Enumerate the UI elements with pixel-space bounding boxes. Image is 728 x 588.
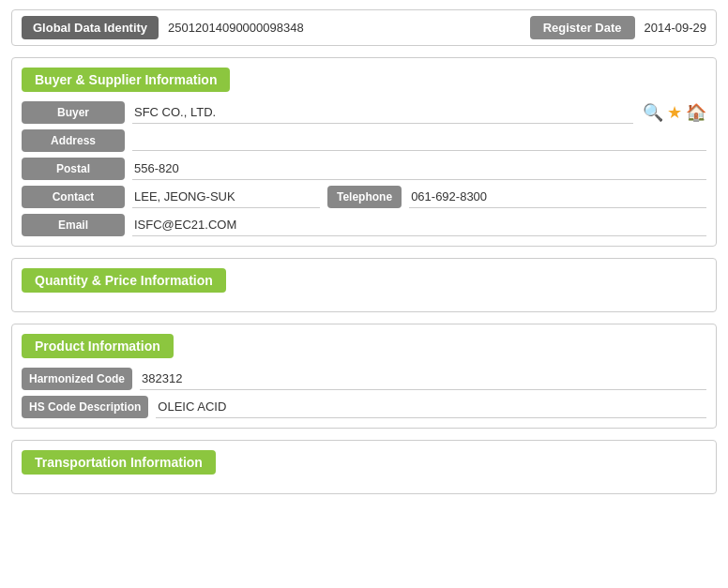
email-row: Email ISFC@EC21.COM <box>22 214 706 236</box>
star-icon[interactable]: ★ <box>667 102 682 123</box>
quantity-section: Quantity & Price Information <box>11 258 717 312</box>
telephone-value: 061-692-8300 <box>409 186 706 208</box>
transportation-title: Transportation Information <box>22 450 216 475</box>
global-data-identity-value: 25012014090000098348 <box>168 21 530 35</box>
global-data-identity-label: Global Data Identity <box>22 16 159 39</box>
register-date-value: 2014-09-29 <box>645 21 707 35</box>
product-title: Product Information <box>22 334 174 358</box>
home-icon[interactable]: 🏠 <box>686 102 706 123</box>
buyer-row: Buyer SFC CO., LTD. 🔍 ★ 🏠 <box>22 101 706 124</box>
harmonized-code-value: 382312 <box>140 368 706 390</box>
search-icon[interactable]: 🔍 <box>643 102 663 123</box>
top-bar: Global Data Identity 2501201409000009834… <box>11 9 717 46</box>
transportation-section: Transportation Information <box>11 440 717 494</box>
postal-value: 556-820 <box>132 158 706 180</box>
hs-code-description-row: HS Code Description OLEIC ACID <box>22 396 706 418</box>
address-row: Address <box>22 129 706 152</box>
quantity-title: Quantity & Price Information <box>22 268 226 293</box>
section-icons: 🔍 ★ 🏠 <box>643 102 706 123</box>
harmonized-code-row: Harmonized Code 382312 <box>22 368 706 390</box>
postal-row: Postal 556-820 <box>22 158 706 180</box>
register-date-label: Register Date <box>530 16 635 39</box>
hs-code-description-label: HS Code Description <box>22 396 148 418</box>
buyer-row-main: SFC CO., LTD. 🔍 ★ 🏠 <box>132 101 706 124</box>
postal-label: Postal <box>22 158 125 180</box>
email-label: Email <box>22 214 125 236</box>
harmonized-code-label: Harmonized Code <box>22 368 132 390</box>
page-wrapper: Global Data Identity 2501201409000009834… <box>0 0 728 515</box>
contact-label: Contact <box>22 186 125 208</box>
telephone-label: Telephone <box>327 186 402 208</box>
hs-code-description-value: OLEIC ACID <box>156 396 706 418</box>
email-value: ISFC@EC21.COM <box>132 214 706 236</box>
address-value <box>132 130 706 151</box>
buyer-supplier-title: Buyer & Supplier Information <box>22 68 230 92</box>
product-section: Product Information Harmonized Code 3823… <box>11 324 717 429</box>
contact-row: Contact LEE, JEONG-SUK Telephone 061-692… <box>22 186 706 208</box>
buyer-value: SFC CO., LTD. <box>132 101 633 124</box>
contact-value: LEE, JEONG-SUK <box>132 186 320 208</box>
address-label: Address <box>22 129 125 152</box>
buyer-label: Buyer <box>22 101 125 124</box>
buyer-supplier-section: Buyer & Supplier Information Buyer SFC C… <box>11 57 717 247</box>
